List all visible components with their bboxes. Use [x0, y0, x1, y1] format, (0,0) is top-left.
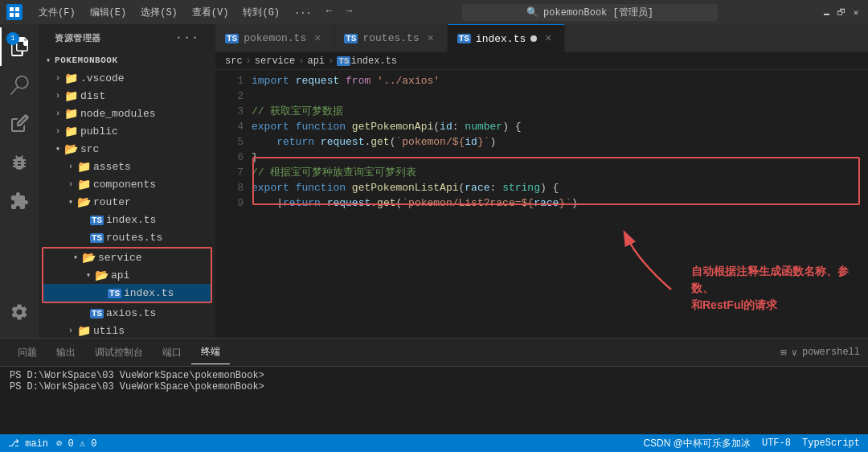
- breadcrumb-index-ts[interactable]: index.ts: [350, 55, 397, 67]
- tab-index-ts[interactable]: TS index.ts ×: [448, 24, 566, 52]
- tree-item-utils[interactable]: › 📁 utils: [39, 322, 215, 338]
- main-layout: 1 资源管理器 ··· ▾ POKEMONBOOK: [0, 24, 868, 338]
- components-arrow: ›: [64, 180, 77, 189]
- code-line-4: export function getPokemonApi(id: number…: [252, 119, 852, 134]
- api-label: api: [111, 269, 129, 281]
- term-tab-output[interactable]: 输出: [47, 341, 85, 364]
- maximize-icon[interactable]: 🗗: [836, 6, 847, 18]
- term-tab-problems[interactable]: 问题: [8, 341, 47, 364]
- terminal-controls: ⊞ ∨ powershell: [781, 347, 860, 359]
- menu-select[interactable]: 选择(S): [134, 4, 184, 21]
- tab-pokemon-ts-close[interactable]: ×: [311, 32, 324, 45]
- tree-item-api[interactable]: ▾ 📂 api: [43, 266, 211, 284]
- window-controls[interactable]: 🗕 🗗 ✕: [821, 6, 862, 18]
- title-search[interactable]: 🔍 pokemonBook [管理员]: [462, 4, 718, 21]
- term-tab-ports[interactable]: 端口: [153, 341, 191, 364]
- node-modules-folder-icon: 📁: [64, 107, 77, 121]
- service-api-index-label: index.ts: [124, 287, 174, 299]
- tab-index-ts-close[interactable]: ×: [542, 32, 555, 45]
- menu-file[interactable]: 文件(F): [32, 4, 82, 21]
- code-editor[interactable]: 1 2 3 4 5 6 7 8 9 import request from '.…: [215, 70, 868, 338]
- nav-back[interactable]: ←: [320, 4, 338, 21]
- term-tab-debug[interactable]: 调试控制台: [85, 341, 153, 364]
- status-language[interactable]: TypeScript: [802, 438, 860, 449]
- utils-folder-icon: 📁: [77, 324, 90, 338]
- assets-arrow: ›: [64, 162, 77, 171]
- activity-git[interactable]: [0, 105, 39, 143]
- src-label: src: [80, 143, 99, 155]
- breadcrumb-api[interactable]: api: [307, 55, 325, 67]
- breadcrumb-src[interactable]: src: [225, 55, 243, 67]
- activity-explorer[interactable]: 1: [0, 27, 39, 66]
- breadcrumb-service[interactable]: service: [255, 55, 295, 67]
- tab-pokemon-ts[interactable]: TS pokemon.ts ×: [215, 24, 334, 52]
- terminal-split-icon[interactable]: ⊞: [781, 347, 787, 359]
- svg-rect-3: [15, 13, 19, 17]
- tree-item-public[interactable]: › 📁 public: [39, 122, 215, 140]
- term-tab-terminal[interactable]: 终端: [191, 340, 230, 364]
- tree-item-assets[interactable]: › 📁 assets: [39, 158, 215, 175]
- node-modules-label: node_modules: [80, 108, 156, 120]
- tree-item-router-routes[interactable]: › TS routes.ts: [39, 228, 215, 246]
- router-index-ts-icon: TS: [90, 213, 103, 226]
- breadcrumb-ts-icon: TS: [337, 56, 350, 66]
- line-numbers: 1 2 3 4 5 6 7 8 9: [215, 70, 252, 211]
- activity-search[interactable]: [0, 66, 39, 105]
- tree-item-components[interactable]: › 📁 components: [39, 175, 215, 193]
- tab-bar: TS pokemon.ts × TS routes.ts × TS index.…: [215, 24, 868, 52]
- terminal-area: 问题 输出 调试控制台 端口 终端 ⊞ ∨ powershell PS D:\W…: [0, 338, 868, 434]
- menu-more[interactable]: ...: [288, 4, 318, 21]
- code-line-2: [252, 88, 852, 104]
- close-icon[interactable]: ✕: [850, 6, 862, 18]
- search-icon: 🔍: [526, 6, 538, 18]
- terminal-content[interactable]: PS D:\WorkSpace\03 VueWorkSpace\pokemonB…: [0, 367, 868, 434]
- minimize-icon[interactable]: 🗕: [821, 6, 833, 18]
- status-git[interactable]: ⎇ main: [8, 438, 48, 450]
- api-folder-icon: 📂: [95, 269, 108, 282]
- tree-item-router-index[interactable]: › TS index.ts: [39, 211, 215, 228]
- components-folder-icon: 📁: [77, 178, 90, 191]
- tab-routes-ts-close[interactable]: ×: [424, 32, 437, 45]
- menu-bar[interactable]: 文件(F) 编辑(E) 选择(S) 查看(V) 转到(G) ... ← →: [32, 4, 358, 21]
- tree-item-vscode[interactable]: › 📁 .vscode: [39, 69, 215, 87]
- tree-root[interactable]: ▾ POKEMONBOOK: [39, 51, 215, 69]
- status-encoding[interactable]: UTF-8: [762, 438, 791, 449]
- code-line-3: // 获取宝可梦数据: [252, 104, 852, 119]
- svg-rect-0: [10, 7, 14, 11]
- tree-item-axios[interactable]: › TS axios.ts: [39, 304, 215, 322]
- utils-label: utils: [93, 325, 125, 337]
- tree-item-dist[interactable]: › 📁 dist: [39, 87, 215, 105]
- status-errors[interactable]: ⊘ 0 ⚠ 0: [56, 438, 96, 450]
- tab-index-ts-modified: [530, 35, 537, 42]
- dist-arrow: ›: [51, 92, 64, 101]
- assets-label: assets: [93, 161, 131, 173]
- axios-label: axios.ts: [106, 307, 156, 319]
- tree-item-service-api-index[interactable]: › TS index.ts: [43, 284, 211, 302]
- annotation-arrow: [615, 229, 679, 294]
- components-label: components: [93, 179, 156, 191]
- menu-goto[interactable]: 转到(G): [236, 4, 286, 21]
- tree-item-src[interactable]: ▾ 📂 src: [39, 140, 215, 158]
- activity-extensions[interactable]: [0, 182, 39, 220]
- code-line-7: // 根据宝可梦种族查询宝可梦列表: [252, 165, 852, 180]
- activity-settings[interactable]: [0, 293, 39, 331]
- tree-item-service[interactable]: ▾ 📂 service: [43, 249, 211, 266]
- sidebar-menu-icon[interactable]: ···: [175, 31, 199, 45]
- public-label: public: [80, 125, 118, 138]
- nav-forward[interactable]: →: [340, 4, 358, 21]
- tree-item-router[interactable]: ▾ 📂 router: [39, 193, 215, 211]
- service-highlight-box: ▾ 📂 service ▾ 📂 api › TS index.ts: [42, 247, 212, 303]
- status-watermark: CSDN @中杯可乐多加冰: [643, 437, 751, 450]
- tab-routes-ts[interactable]: TS routes.ts ×: [334, 24, 447, 52]
- activity-debug[interactable]: [0, 143, 39, 182]
- dist-folder-icon: 📁: [64, 89, 77, 103]
- router-arrow: ▾: [64, 197, 77, 207]
- menu-view[interactable]: 查看(V): [186, 4, 235, 21]
- code-line-1: import request from '../axios': [252, 73, 852, 88]
- assets-folder-icon: 📁: [77, 160, 90, 174]
- tree-item-node-modules[interactable]: › 📁 node_modules: [39, 105, 215, 122]
- menu-edit[interactable]: 编辑(E): [84, 4, 133, 21]
- breadcrumb-sep3: ›: [328, 55, 334, 67]
- terminal-close-icon[interactable]: ∨: [792, 347, 797, 359]
- terminal-line-1: PS D:\WorkSpace\03 VueWorkSpace\pokemonB…: [10, 370, 858, 381]
